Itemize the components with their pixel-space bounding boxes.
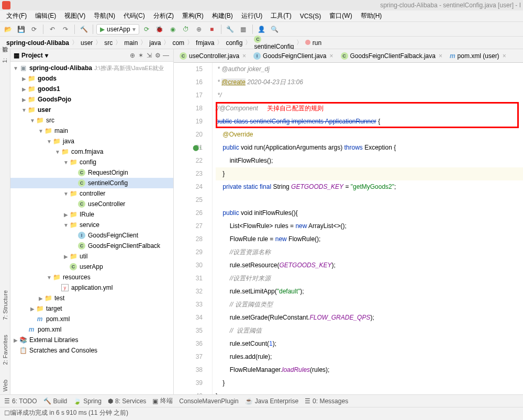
redo-icon[interactable]: ↷: [60, 24, 71, 35]
left-tool-strip: 1: 项目 7: Structure 2: Favorites Web: [0, 49, 10, 394]
tree-goodspojo[interactable]: ▶📁GoodsPojo: [10, 94, 173, 105]
tab-terminal[interactable]: ▣ 终端: [152, 396, 173, 405]
save-icon[interactable]: 💾: [15, 24, 27, 35]
tree-gfcf[interactable]: CGoodsFeignClientFalback: [10, 241, 173, 251]
hide-icon[interactable]: —: [162, 51, 170, 60]
tree-appyml[interactable]: yapplication.yml: [10, 282, 173, 293]
close-icon[interactable]: ×: [329, 52, 333, 60]
crumb-com[interactable]: com: [170, 39, 186, 47]
code-content[interactable]: * @author joker_dj * @create 2020-04-23日…: [213, 63, 523, 394]
project-tree[interactable]: ▼▣spring-cloud-AlibabaJ:\撩课-高新强\JavaEE就业…: [10, 62, 173, 394]
close-icon[interactable]: ×: [503, 52, 506, 60]
tree-service[interactable]: ▼📁service: [10, 220, 173, 230]
tree-src[interactable]: ▼📁src: [10, 115, 173, 126]
collapse-icon[interactable]: ⇲: [145, 51, 153, 60]
tab-gfc[interactable]: IGoodsFeignClient.java×: [250, 50, 337, 62]
settings-icon[interactable]: 🔧: [225, 24, 236, 35]
tab-pom[interactable]: mpom.xml (user)×: [446, 50, 510, 62]
tree-test[interactable]: ▶📁test: [10, 293, 173, 303]
project-structure-icon[interactable]: ▦: [238, 24, 249, 35]
undo-icon[interactable]: ↶: [47, 24, 58, 35]
expand-icon[interactable]: ✶: [137, 51, 145, 60]
tab-spring[interactable]: 🍃 Spring: [73, 398, 102, 405]
crumb-method[interactable]: run: [303, 39, 324, 47]
tree-extlib[interactable]: ▶📚External Libraries: [10, 335, 173, 345]
tree-goods1[interactable]: ▶📁goods1: [10, 84, 173, 94]
side-favorites[interactable]: 2: Favorites: [1, 332, 9, 368]
menu-help[interactable]: 帮助(H): [357, 10, 386, 21]
crumb-root[interactable]: spring-cloud-Alibaba: [4, 39, 71, 47]
override-icon[interactable]: ⬤↑: [193, 141, 202, 154]
tree-scratch[interactable]: 📋Scratches and Consoles: [10, 345, 173, 356]
profile-icon[interactable]: ⏱: [180, 24, 192, 35]
tab-todo[interactable]: ☰ 6: TODO: [4, 398, 37, 405]
tree-resources[interactable]: ▼📁resources: [10, 272, 173, 282]
menu-nav[interactable]: 导航(N): [90, 10, 119, 21]
menu-run[interactable]: 运行(U): [237, 10, 267, 21]
tree-pomroot[interactable]: mpom.xml: [10, 324, 173, 335]
tree-user[interactable]: ▼📁user: [10, 105, 173, 115]
select-opened-icon[interactable]: ⊕: [128, 51, 137, 60]
tab-gfcf[interactable]: CGoodsFeignClientFalback.java×: [337, 50, 446, 62]
close-icon[interactable]: ×: [439, 52, 442, 60]
menu-code[interactable]: 代码(C): [119, 10, 149, 21]
editor-body[interactable]: 151617181920 21⬤↑ 2223242526272829303132…: [174, 63, 523, 394]
crumb-main[interactable]: main: [122, 39, 140, 47]
tab-build[interactable]: 🔨 Build: [43, 398, 68, 405]
side-structure[interactable]: 7: Structure: [1, 287, 9, 323]
gutter[interactable]: 151617181920 21⬤↑ 2223242526272829303132…: [174, 63, 213, 394]
menu-tools[interactable]: 工具(T): [266, 10, 295, 21]
crumb-class[interactable]: C sentinelConfig: [252, 36, 296, 50]
tree-util[interactable]: ▶📁util: [10, 251, 173, 262]
tree-sentinelconfig[interactable]: CsentinelConfig: [10, 178, 173, 188]
tree-controller[interactable]: ▼📁controller: [10, 188, 173, 199]
close-icon[interactable]: ×: [242, 52, 246, 60]
tree-irule[interactable]: ▶📁IRule: [10, 209, 173, 220]
debug-icon[interactable]: 🐞: [154, 24, 165, 35]
crumb-config[interactable]: config: [224, 39, 244, 47]
menu-edit[interactable]: 编辑(E): [31, 10, 60, 21]
tab-cmp[interactable]: ConsoleMavenPlugin: [179, 398, 238, 405]
run-icon[interactable]: ⟳: [141, 24, 152, 35]
settings-icon[interactable]: ⚙: [153, 51, 162, 60]
tree-usecontroller[interactable]: CuseController: [10, 199, 173, 209]
tree-gfc[interactable]: IGoodsFeignClient: [10, 230, 173, 241]
menu-window[interactable]: 窗口(W): [325, 10, 356, 21]
menu-view[interactable]: 视图(V): [60, 10, 90, 21]
project-panel: ▦ Project ▾ ⊕ ✶ ⇲ ⚙ — ▼▣spring-cloud-Ali…: [10, 49, 174, 394]
avatar-icon[interactable]: 👤: [256, 24, 268, 35]
menu-analyze[interactable]: 分析(Z): [149, 10, 178, 21]
search-icon[interactable]: 🔍: [269, 24, 281, 35]
crumb-java[interactable]: java: [147, 39, 163, 47]
crumb-user[interactable]: user: [79, 39, 95, 47]
tree-requestorigin[interactable]: CRequestOrigin: [10, 167, 173, 178]
refresh-icon[interactable]: ⟳: [28, 24, 40, 35]
crumb-fmjava[interactable]: fmjava: [194, 39, 216, 47]
coverage-icon[interactable]: ◉: [167, 24, 179, 35]
tree-pkg[interactable]: ▼📁com.fmjava: [10, 146, 173, 157]
tree-config[interactable]: ▼📁config: [10, 157, 173, 167]
menu-build[interactable]: 构建(B): [208, 10, 237, 21]
tab-services[interactable]: ⬢ 8: Services: [108, 398, 146, 405]
tab-usecontroller[interactable]: CuseController.java×: [176, 50, 250, 62]
tab-je[interactable]: ☕ Java Enterprise: [245, 398, 298, 405]
tree-main[interactable]: ▼📁main: [10, 126, 173, 136]
tree-java[interactable]: ▼📁java: [10, 136, 173, 146]
stop-icon[interactable]: ■: [206, 24, 218, 35]
tree-goods[interactable]: ▶📁goods: [10, 73, 173, 84]
open-icon[interactable]: 📂: [2, 24, 14, 35]
side-project[interactable]: 1: 项目: [0, 53, 10, 66]
crumb-src[interactable]: src: [102, 39, 115, 47]
tree-root[interactable]: ▼▣spring-cloud-AlibabaJ:\撩课-高新强\JavaEE就业: [10, 63, 173, 73]
attach-icon[interactable]: ⊕: [193, 24, 205, 35]
tree-target[interactable]: ▶📁target: [10, 303, 173, 314]
menu-refactor[interactable]: 重构(R): [178, 10, 208, 21]
run-config-select[interactable]: ▶userApp▾: [96, 24, 139, 35]
side-web[interactable]: Web: [1, 377, 9, 394]
tree-userapp[interactable]: CuserApp: [10, 262, 173, 272]
tree-pomuser[interactable]: mpom.xml: [10, 314, 173, 324]
build-icon[interactable]: 🔨: [78, 24, 90, 35]
menu-file[interactable]: 文件(F): [2, 10, 31, 21]
tab-messages[interactable]: ☰ 0: Messages: [305, 398, 348, 405]
menu-vcs[interactable]: VCS(S): [296, 12, 326, 21]
